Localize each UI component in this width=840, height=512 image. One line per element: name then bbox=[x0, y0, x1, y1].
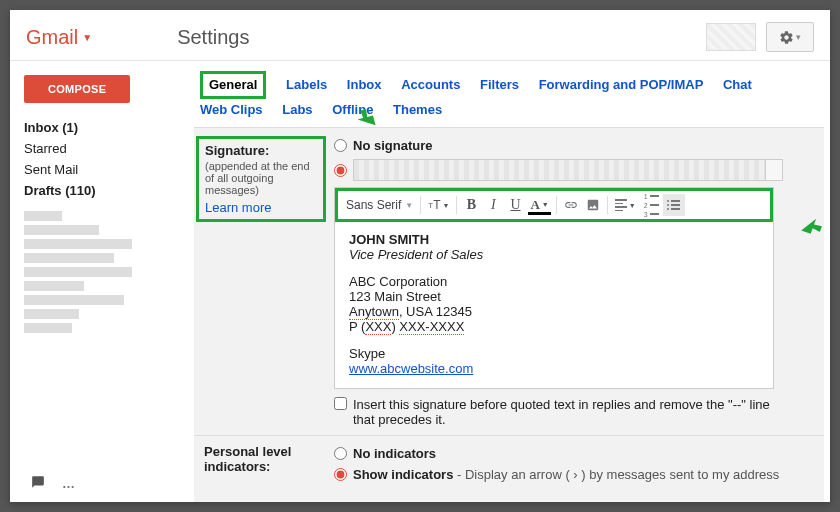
underline-button[interactable]: U bbox=[504, 194, 526, 216]
tab-forwarding[interactable]: Forwarding and POP/IMAP bbox=[539, 74, 704, 96]
font-family-select[interactable]: Sans Serif ▼ bbox=[342, 194, 417, 216]
no-signature-option[interactable]: No signature bbox=[334, 138, 814, 153]
align-left-icon bbox=[615, 199, 627, 211]
no-indicators-radio[interactable] bbox=[334, 447, 347, 460]
tab-themes[interactable]: Themes bbox=[393, 99, 442, 121]
sig-phone: P (XXX) XXX-XXXX bbox=[349, 319, 759, 334]
signature-identity-select[interactable]: ▴▾ bbox=[353, 159, 783, 181]
sig-website[interactable]: www.abcwebsite.com bbox=[349, 361, 473, 376]
more-icon[interactable]: … bbox=[62, 476, 77, 491]
show-indicators-radio[interactable] bbox=[334, 468, 347, 481]
show-indicators-option[interactable]: Show indicators - Display an arrow ( › )… bbox=[334, 467, 814, 482]
font-size-button[interactable]: TT▼ bbox=[424, 194, 453, 216]
signature-learn-more[interactable]: Learn more bbox=[205, 200, 317, 215]
signature-editor: Sans Serif ▼ TT▼ B I U bbox=[334, 187, 774, 389]
show-indicators-desc: - Display an arrow ( › ) by messages sen… bbox=[453, 467, 779, 482]
align-button[interactable]: ▼ bbox=[611, 194, 640, 216]
bullet-list-button[interactable] bbox=[663, 194, 685, 216]
chevron-down-icon: ▾ bbox=[796, 32, 801, 42]
insert-before-option[interactable]: Insert this signature before quoted text… bbox=[334, 397, 774, 427]
editor-toolbar: Sans Serif ▼ TT▼ B I U bbox=[335, 188, 773, 222]
tab-filters[interactable]: Filters bbox=[480, 74, 519, 96]
tab-chat[interactable]: Chat bbox=[723, 74, 752, 96]
tab-labels[interactable]: Labels bbox=[286, 74, 327, 96]
no-indicators-label: No indicators bbox=[353, 446, 436, 461]
tab-accounts[interactable]: Accounts bbox=[401, 74, 460, 96]
font-family-label: Sans Serif bbox=[346, 198, 401, 212]
tab-general[interactable]: General bbox=[200, 71, 266, 99]
insert-before-checkbox[interactable] bbox=[334, 397, 347, 410]
tab-labs[interactable]: Labs bbox=[282, 99, 312, 121]
tab-web-clips[interactable]: Web Clips bbox=[200, 99, 263, 121]
gear-icon bbox=[779, 30, 794, 45]
logo-dropdown-icon: ▼ bbox=[82, 32, 92, 43]
indicators-label: Personal level indicators: bbox=[204, 444, 291, 474]
numbered-list-button[interactable]: 1 2 3 bbox=[640, 194, 663, 216]
nav-inbox[interactable]: Inbox (1) bbox=[24, 117, 190, 138]
tab-offline[interactable]: Offline bbox=[332, 99, 373, 121]
gmail-logo[interactable]: Gmail ▼ bbox=[26, 26, 92, 49]
sidebar-redacted bbox=[24, 207, 190, 337]
sig-role: Vice President of Sales bbox=[349, 247, 759, 262]
signature-label: Signature: bbox=[205, 143, 269, 158]
text-color-button[interactable]: A▼ bbox=[526, 194, 552, 216]
account-indicator[interactable] bbox=[706, 23, 756, 51]
sig-street: 123 Main Street bbox=[349, 289, 759, 304]
page-title: Settings bbox=[177, 26, 249, 49]
numbered-list-icon: 1 2 3 bbox=[644, 193, 659, 218]
show-indicators-label: Show indicators bbox=[353, 467, 453, 482]
no-indicators-option[interactable]: No indicators bbox=[334, 446, 814, 461]
bold-button[interactable]: B bbox=[460, 194, 482, 216]
sig-company: ABC Corporation bbox=[349, 274, 759, 289]
insert-image-button[interactable] bbox=[582, 194, 604, 216]
italic-button[interactable]: I bbox=[482, 194, 504, 216]
nav-sent-mail[interactable]: Sent Mail bbox=[24, 159, 190, 180]
signature-textarea[interactable]: JOHN SMITH Vice President of Sales ABC C… bbox=[335, 222, 773, 388]
signature-identity-option[interactable]: ▴▾ bbox=[334, 159, 814, 181]
nav-starred[interactable]: Starred bbox=[24, 138, 190, 159]
chat-icon[interactable] bbox=[30, 475, 46, 492]
tab-inbox[interactable]: Inbox bbox=[347, 74, 382, 96]
sig-name: JOHN SMITH bbox=[349, 232, 759, 247]
chevron-down-icon: ▼ bbox=[405, 201, 413, 210]
insert-link-button[interactable] bbox=[560, 194, 582, 216]
sig-city: Anytown, USA 12345 bbox=[349, 304, 759, 319]
bullet-list-icon bbox=[667, 200, 680, 210]
sig-skype: Skype bbox=[349, 346, 759, 361]
signature-label-highlight: Signature: (appended at the end of all o… bbox=[196, 136, 326, 222]
compose-button[interactable]: COMPOSE bbox=[24, 75, 130, 103]
settings-tabs: General Labels Inbox Accounts Filters Fo… bbox=[190, 61, 824, 127]
no-signature-label: No signature bbox=[353, 138, 432, 153]
logo-text: Gmail bbox=[26, 26, 78, 49]
insert-before-label: Insert this signature before quoted text… bbox=[353, 397, 774, 427]
nav-drafts[interactable]: Drafts (110) bbox=[24, 180, 190, 201]
no-signature-radio[interactable] bbox=[334, 139, 347, 152]
signature-identity-radio[interactable] bbox=[334, 164, 347, 177]
signature-sublabel: (appended at the end of all outgoing mes… bbox=[205, 160, 317, 196]
settings-gear-button[interactable]: ▾ bbox=[766, 22, 814, 52]
